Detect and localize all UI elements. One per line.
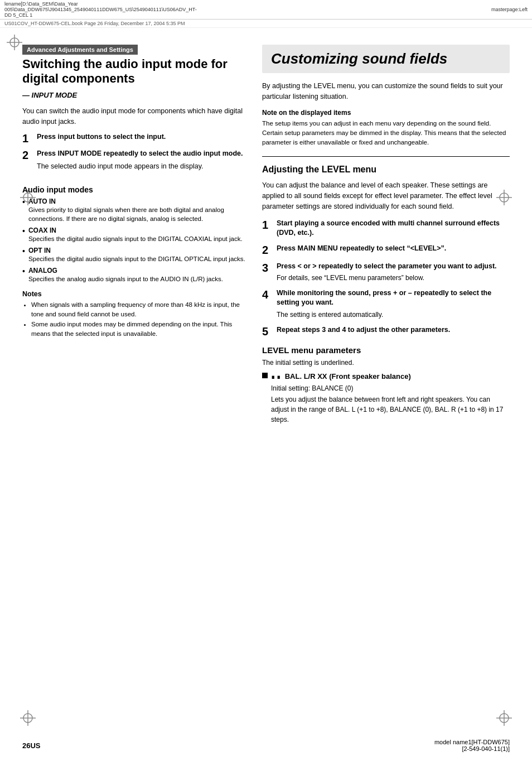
page-title: Customizing sound fields xyxy=(262,45,510,73)
crosshair-right-icon xyxy=(496,190,512,207)
right-column: Customizing sound fields By adjusting th… xyxy=(262,45,510,427)
note-title: Note on the displayed items xyxy=(262,109,510,117)
right-step-1-text: Start playing a source encoded with mult… xyxy=(277,219,510,238)
left-step-1: 1 Press input buttons to select the inpu… xyxy=(22,132,245,145)
list-item: Some audio input modes may be dimmed dep… xyxy=(31,320,245,339)
right-step-3: 3 Press < or > repeatedly to select the … xyxy=(262,262,510,283)
crosshair-left-mid-icon xyxy=(20,190,36,207)
notes-title: Notes xyxy=(22,290,245,298)
right-step-4: 4 While monitoring the sound, press + or… xyxy=(262,288,510,320)
right-step-2: 2 Press MAIN MENU repeatedly to select “… xyxy=(262,244,510,256)
divider xyxy=(262,156,510,157)
right-step-1-number: 1 xyxy=(262,219,272,231)
level-item-bal-body: Lets you adjust the balance between fron… xyxy=(271,394,510,425)
section-tag: Advanced Adjustments and Settings xyxy=(22,45,138,55)
note-body: The setup items you can adjust in each m… xyxy=(262,119,510,148)
step-1-number: 1 xyxy=(22,132,32,145)
left-step-2: 2 Press INPUT MODE repeatedly to select … xyxy=(22,149,245,177)
note-box: Note on the displayed items The setup it… xyxy=(262,109,510,148)
right-step-5: 5 Repeat steps 3 and 4 to adjust the oth… xyxy=(262,325,510,338)
level-item-square-icon xyxy=(262,373,268,378)
level-item-bal-initial: Initial setting: BALANCE (0) xyxy=(271,383,510,393)
right-step-3-number: 3 xyxy=(262,262,272,274)
level-item-bal-title: ∎ ∎ BAL. L/R XX (Front speaker balance) xyxy=(271,372,510,382)
right-step-5-number: 5 xyxy=(262,325,272,338)
list-item: • COAX IN Specifies the digital audio si… xyxy=(22,227,245,243)
top-bar-left: lename[D:\Data_SEM\Data_Year 005\Data_DD… xyxy=(4,1,197,18)
footer: 26US model name1[HT-DDW675] [2-549-040-1… xyxy=(0,739,532,752)
crosshair-top-left-icon xyxy=(7,35,22,50)
step-2-sub: The selected audio input mode appears in… xyxy=(37,161,243,172)
section-title: Switching the audio input mode for digit… xyxy=(22,57,245,86)
file-info: US01COV_HT-DDW675-CEL.book Page 26 Frida… xyxy=(0,20,532,28)
crosshair-bottom-left-icon xyxy=(20,710,36,728)
model-info: model name1[HT-DDW675] [2-549-040-11(1)] xyxy=(434,739,510,752)
right-step-4-sub: The setting is entered automatically. xyxy=(277,310,510,320)
top-bar-right: masterpage:Left xyxy=(491,7,528,12)
step-1-text: Press input buttons to select the input. xyxy=(37,132,166,142)
adjusting-intro: You can adjust the balance and level of … xyxy=(262,180,510,211)
right-step-2-text: Press MAIN MENU repeatedly to select “<L… xyxy=(277,244,446,254)
step-2-number: 2 xyxy=(22,149,32,161)
audio-modes-title: Audio input modes xyxy=(22,185,245,194)
left-intro: You can switch the audio input mode for … xyxy=(22,106,245,127)
page-number: 26US xyxy=(22,741,41,750)
notes-section: Notes When signals with a sampling frequ… xyxy=(22,290,245,339)
list-item: • ANALOG Specifies the analog audio sign… xyxy=(22,267,245,283)
right-step-3-text: Press < or > repeatedly to select the pa… xyxy=(277,262,497,272)
adjusting-title: Adjusting the LEVEL menu xyxy=(262,165,510,175)
crosshair-bottom-right-icon xyxy=(496,710,512,728)
right-step-4-text: While monitoring the sound, press + or –… xyxy=(277,288,510,308)
top-bar: lename[D:\Data_SEM\Data_Year 005\Data_DD… xyxy=(0,0,532,20)
notes-list: When signals with a sampling frequency o… xyxy=(22,300,245,339)
list-item: When signals with a sampling frequency o… xyxy=(31,300,245,320)
audio-modes-list: • AUTO IN Gives priority to digital sign… xyxy=(22,198,245,283)
right-intro: By adjusting the LEVEL menu, you can cus… xyxy=(262,81,510,102)
step-2-text: Press INPUT MODE repeatedly to select th… xyxy=(37,149,243,159)
right-step-4-number: 4 xyxy=(262,288,272,301)
left-column: Advanced Adjustments and Settings Switch… xyxy=(22,45,245,427)
list-item: • AUTO IN Gives priority to digital sign… xyxy=(22,198,245,223)
list-item: • OPT IN Specifies the digital audio sig… xyxy=(22,247,245,263)
right-step-5-text: Repeat steps 3 and 4 to adjust the other… xyxy=(277,325,450,335)
right-step-3-sub: For details, see “LEVEL menu parameters”… xyxy=(277,273,497,283)
input-mode-label: — INPUT MODE xyxy=(22,91,245,99)
level-menu-title: LEVEL menu parameters xyxy=(262,345,510,355)
level-item-bal: ∎ ∎ BAL. L/R XX (Front speaker balance) … xyxy=(262,372,510,424)
level-menu-intro: The initial setting is underlined. xyxy=(262,358,510,368)
right-step-2-number: 2 xyxy=(262,244,272,256)
right-step-1: 1 Start playing a source encoded with mu… xyxy=(262,219,510,238)
